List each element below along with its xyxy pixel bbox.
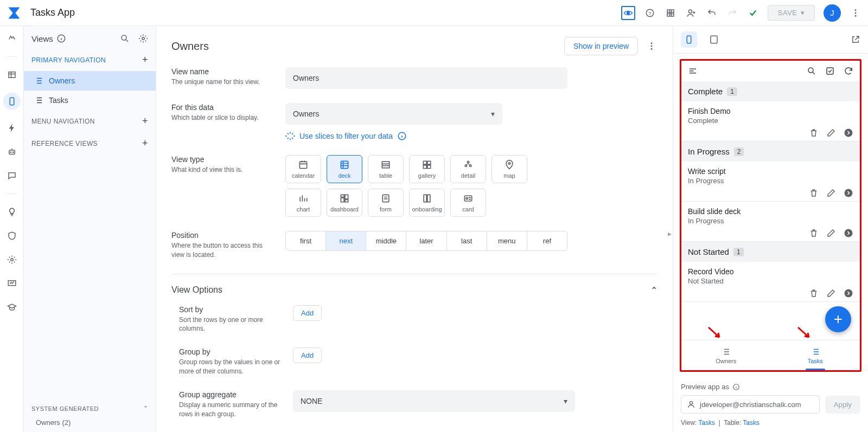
rail-automation-icon[interactable] (6, 122, 18, 134)
view-name-input[interactable]: Owners (285, 67, 567, 89)
section-reference-views[interactable]: REFERENCE VIEWS + (24, 132, 156, 154)
view-type-map[interactable]: map (492, 155, 527, 183)
gear-icon[interactable] (138, 34, 148, 43)
add-sort-button[interactable]: Add (293, 305, 322, 321)
add-user-icon[interactable] (685, 7, 697, 19)
group-aggregate-select[interactable]: NONE (293, 390, 575, 412)
edit-icon[interactable] (826, 288, 836, 298)
view-type-calendar[interactable]: calendar (285, 155, 321, 183)
device-tablet-tab[interactable] (706, 31, 722, 48)
map-icon (504, 159, 515, 170)
chevron-right-icon[interactable] (844, 128, 853, 138)
group-header[interactable]: Not Started1 (681, 242, 860, 262)
rail-data-icon[interactable] (6, 69, 18, 81)
task-groups: Complete1Finish DemoCompleteIn Progress2… (681, 81, 860, 302)
check-icon[interactable] (747, 7, 759, 19)
chevron-right-icon[interactable] (844, 188, 853, 198)
checkbox-icon[interactable] (825, 66, 835, 76)
device-phone-tab[interactable] (681, 31, 697, 48)
view-item-owners[interactable]: Owners (24, 71, 156, 91)
view-link[interactable]: Tasks (698, 419, 715, 427)
task-card[interactable]: Build slide deckIn Progress (681, 202, 860, 242)
position-menu[interactable]: menu (487, 231, 527, 250)
position-middle[interactable]: middle (366, 231, 406, 250)
refresh-icon[interactable] (844, 66, 853, 76)
add-icon[interactable]: + (142, 115, 148, 127)
rail-chat-icon[interactable] (6, 170, 18, 182)
slice-hint[interactable]: Use slices to filter your data (285, 131, 567, 141)
rail-settings-icon[interactable] (6, 254, 18, 266)
task-card[interactable]: Write scriptIn Progress (681, 162, 860, 202)
bottom-nav-owners[interactable]: Owners (681, 340, 771, 370)
position-last[interactable]: last (447, 231, 487, 250)
search-icon[interactable] (807, 66, 816, 76)
info-icon[interactable] (397, 131, 407, 141)
collapse-handle-icon[interactable]: ▸ (668, 229, 672, 238)
for-data-select[interactable]: Owners (285, 103, 502, 125)
delete-icon[interactable] (809, 228, 819, 238)
view-type-gallery[interactable]: gallery (409, 155, 445, 183)
task-card[interactable]: Record VideoNot Started (681, 262, 860, 302)
view-item-tasks[interactable]: Tasks (24, 91, 156, 110)
open-external-icon[interactable] (851, 35, 860, 44)
view-type-form[interactable]: form (368, 189, 404, 217)
delete-icon[interactable] (809, 128, 819, 138)
info-icon[interactable] (732, 383, 740, 391)
position-later[interactable]: later (406, 231, 446, 250)
section-menu-nav[interactable]: MENU NAVIGATION + (24, 110, 156, 132)
position-first[interactable]: first (286, 231, 326, 250)
help-icon[interactable]: ? (644, 7, 656, 19)
more-vert-icon[interactable] (850, 7, 861, 19)
rail-home-icon[interactable] (6, 33, 18, 44)
save-button[interactable]: SAVE▾ (768, 5, 815, 21)
view-type-chart[interactable]: chart (285, 189, 321, 217)
edit-icon[interactable] (826, 228, 836, 238)
avatar[interactable]: J (824, 4, 841, 22)
section-system-generated[interactable]: SYSTEM GENERATED ⌃ (24, 398, 156, 418)
menu-icon[interactable] (688, 66, 698, 76)
group-header[interactable]: In Progress2 (681, 141, 860, 162)
add-group-button[interactable]: Add (293, 347, 322, 363)
section-primary-nav[interactable]: PRIMARY NAVIGATION + (24, 49, 156, 71)
view-type-grid: calendardecktablegallerydetailmapchartda… (285, 155, 567, 217)
view-type-dashboard[interactable]: dashboard (327, 189, 362, 217)
chevron-right-icon[interactable] (844, 228, 853, 238)
rail-idea-icon[interactable] (6, 206, 18, 218)
delete-icon[interactable] (809, 288, 819, 298)
search-icon[interactable] (120, 34, 130, 43)
system-generated-item[interactable]: Owners (2) (24, 418, 156, 432)
delete-icon[interactable] (809, 188, 819, 198)
group-header[interactable]: Complete1 (681, 81, 860, 101)
info-icon[interactable] (56, 34, 66, 43)
view-type-onboarding[interactable]: onboarding (409, 189, 445, 217)
more-vert-icon[interactable] (646, 40, 658, 52)
undo-icon[interactable] (706, 7, 718, 19)
view-type-deck[interactable]: deck (327, 155, 362, 183)
add-icon[interactable]: + (142, 54, 148, 66)
edit-icon[interactable] (826, 128, 836, 138)
task-card[interactable]: Finish DemoComplete (681, 101, 860, 141)
fab-add-button[interactable]: + (825, 306, 851, 332)
add-icon[interactable]: + (142, 138, 148, 149)
rail-learn-icon[interactable] (6, 301, 18, 313)
position-next[interactable]: next (326, 231, 366, 250)
edit-icon[interactable] (826, 188, 836, 198)
rail-views-icon[interactable] (3, 93, 21, 110)
preview-email-input[interactable]: jdeveloper@christianschalk.com (681, 395, 820, 414)
rail-monitor-icon[interactable] (6, 278, 18, 289)
rail-bot-icon[interactable] (6, 146, 18, 158)
position-ref[interactable]: ref (527, 231, 567, 250)
grid-icon[interactable] (665, 7, 676, 19)
view-type-detail[interactable]: detail (450, 155, 486, 183)
bottom-nav-tasks[interactable]: Tasks (771, 340, 860, 370)
preview-toggle-icon[interactable] (621, 6, 635, 20)
rail-security-icon[interactable] (6, 230, 18, 242)
show-in-preview-button[interactable]: Show in preview (564, 37, 638, 55)
view-type-card[interactable]: card (450, 189, 486, 217)
table-link[interactable]: Tasks (743, 419, 760, 427)
view-type-table[interactable]: table (368, 155, 404, 183)
chevron-right-icon[interactable] (844, 288, 853, 298)
apply-button[interactable]: Apply (825, 396, 860, 414)
redo-icon[interactable] (726, 7, 738, 19)
section-view-options[interactable]: View Options ⌃ (171, 285, 658, 295)
